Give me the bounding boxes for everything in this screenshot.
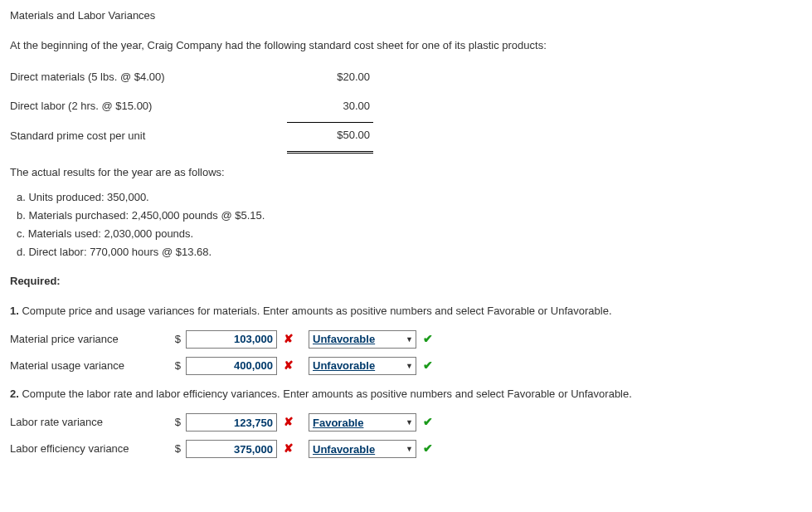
- question-number: 1.: [10, 305, 19, 317]
- page-title: Materials and Labor Variances: [10, 8, 802, 23]
- dollar-sign: $: [173, 441, 181, 456]
- cost-amount: 30.00: [287, 94, 373, 123]
- favorability-select[interactable]: Unfavorable: [309, 330, 416, 349]
- question-number: 2.: [10, 388, 19, 400]
- dollar-sign: $: [173, 415, 181, 430]
- amount-input[interactable]: [186, 440, 277, 458]
- results-intro: The actual results for the year are as f…: [10, 165, 802, 180]
- select-wrap: Favorable ▼: [309, 413, 416, 432]
- wrong-mark-icon: ✘: [282, 414, 295, 431]
- answer-row-material-usage: Material usage variance $ ✘ Unfavorable …: [10, 357, 802, 375]
- answer-label: Material price variance: [10, 332, 168, 347]
- list-item: a. Units produced: 350,000.: [17, 188, 802, 207]
- list-item: c. Materials used: 2,030,000 pounds.: [17, 225, 802, 243]
- table-row: Direct labor (2 hrs. @ $15.00) 30.00: [10, 94, 373, 123]
- table-row: Standard prime cost per unit $50.00: [10, 122, 373, 152]
- select-wrap: Unfavorable ▼: [309, 330, 416, 349]
- intro-text: At the beginning of the year, Craig Comp…: [10, 38, 802, 53]
- cost-sheet-table: Direct materials (5 lbs. @ $4.00) $20.00…: [10, 65, 373, 154]
- answer-label: Labor rate variance: [10, 415, 168, 430]
- amount-input[interactable]: [186, 413, 277, 432]
- select-wrap: Unfavorable ▼: [309, 357, 416, 375]
- correct-mark-icon: ✔: [421, 441, 435, 457]
- cost-amount: $20.00: [287, 65, 373, 93]
- list-item: b. Materials purchased: 2,450,000 pounds…: [17, 207, 802, 225]
- answer-row-material-price: Material price variance $ ✘ Unfavorable …: [10, 330, 802, 349]
- question-text: Compute the labor rate and labor efficie…: [22, 388, 631, 400]
- dollar-sign: $: [173, 358, 181, 373]
- required-heading: Required:: [10, 274, 802, 289]
- results-list: a. Units produced: 350,000. b. Materials…: [17, 188, 802, 261]
- cost-label: Standard prime cost per unit: [10, 122, 287, 152]
- question-2: 2. Compute the labor rate and labor effi…: [10, 387, 802, 402]
- correct-mark-icon: ✔: [421, 414, 435, 431]
- cost-amount: $50.00: [287, 122, 373, 152]
- cost-label: Direct materials (5 lbs. @ $4.00): [10, 65, 287, 93]
- select-wrap: Unfavorable ▼: [309, 440, 416, 458]
- answer-row-labor-efficiency: Labor efficiency variance $ ✘ Unfavorabl…: [10, 440, 802, 458]
- wrong-mark-icon: ✘: [282, 331, 295, 348]
- correct-mark-icon: ✔: [421, 331, 435, 348]
- question-1: 1. Compute price and usage variances for…: [10, 304, 802, 319]
- question-text: Compute price and usage variances for ma…: [22, 305, 611, 317]
- amount-input[interactable]: [186, 330, 277, 349]
- dollar-sign: $: [173, 332, 181, 347]
- answer-label: Material usage variance: [10, 358, 168, 373]
- wrong-mark-icon: ✘: [282, 358, 295, 374]
- amount-input[interactable]: [186, 357, 277, 375]
- wrong-mark-icon: ✘: [282, 441, 295, 457]
- favorability-select[interactable]: Unfavorable: [309, 440, 416, 458]
- correct-mark-icon: ✔: [421, 358, 435, 374]
- favorability-select[interactable]: Favorable: [309, 413, 416, 432]
- list-item: d. Direct labor: 770,000 hours @ $13.68.: [17, 243, 802, 261]
- table-row: Direct materials (5 lbs. @ $4.00) $20.00: [10, 65, 373, 93]
- answer-label: Labor efficiency variance: [10, 441, 168, 456]
- favorability-select[interactable]: Unfavorable: [309, 357, 416, 375]
- cost-label: Direct labor (2 hrs. @ $15.00): [10, 94, 287, 123]
- answer-row-labor-rate: Labor rate variance $ ✘ Favorable ▼ ✔: [10, 413, 802, 432]
